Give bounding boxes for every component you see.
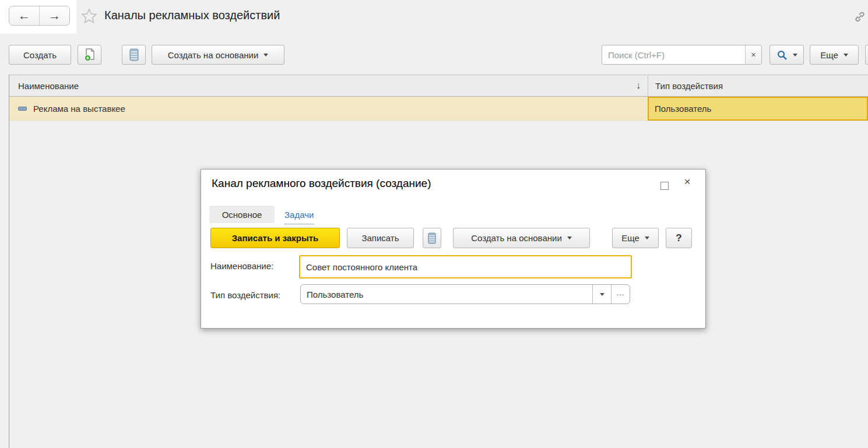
create-based-on-label: Создать на основании: [168, 50, 259, 60]
dialog-create-based-on-label: Создать на основании: [471, 233, 562, 243]
stacked-list-icon: [129, 48, 139, 62]
type-input[interactable]: [301, 285, 592, 304]
create-channel-dialog: Канал рекламного воздействия (создание) …: [201, 169, 706, 329]
type-combo: ...: [300, 284, 630, 304]
create-based-on-button[interactable]: Создать на основании: [152, 45, 284, 65]
ellipsis-icon: ...: [617, 288, 625, 301]
caret-down-icon: [844, 54, 848, 57]
caret-down-icon: [793, 54, 797, 57]
more-button-label: Еще: [820, 50, 838, 60]
item-dash-icon: [18, 107, 27, 111]
dialog-title: Канал рекламного воздействия (создание): [212, 177, 431, 190]
cell-name[interactable]: Реклама на выставкее: [9, 97, 648, 121]
dialog-report-button[interactable]: [423, 228, 441, 248]
create-button-label: Создать: [23, 50, 57, 60]
page-title: Каналы рекламных воздействий: [104, 9, 280, 22]
app-window: ← → Каналы рекламных воздействий Создать: [0, 0, 868, 448]
save-and-close-button[interactable]: Записать и закрыть: [210, 228, 340, 248]
column-name-label: Наименование: [18, 81, 79, 91]
column-header-type[interactable]: Тип воздействия: [648, 75, 868, 96]
tab-tasks-label: Задачи: [284, 210, 314, 220]
tab-main-label: Основное: [222, 210, 262, 220]
search-input[interactable]: [602, 45, 745, 64]
cell-name-text: Реклама на выставкее: [33, 104, 125, 114]
save-button[interactable]: Записать: [347, 228, 414, 248]
cell-type-selected[interactable]: Пользователь: [648, 97, 868, 121]
history-nav: ← →: [9, 6, 70, 26]
list-settings-button[interactable]: [122, 45, 146, 65]
type-dropdown-button[interactable]: [592, 285, 611, 304]
header-band: ← → Каналы рекламных воздействий: [0, 0, 868, 34]
more-button[interactable]: Еще: [810, 45, 859, 65]
document-plus-icon: [83, 48, 96, 62]
close-icon[interactable]: ×: [681, 175, 693, 188]
caret-down-icon: [600, 293, 605, 296]
create-group-button[interactable]: [78, 45, 101, 65]
caret-down-icon: [567, 237, 572, 239]
back-button[interactable]: ←: [9, 6, 39, 25]
type-choose-button[interactable]: ...: [611, 285, 630, 304]
stacked-list-icon: [427, 232, 437, 245]
tab-main[interactable]: Основное: [209, 206, 275, 223]
search-menu-button[interactable]: [769, 45, 804, 65]
dialog-more-button[interactable]: Еще: [612, 228, 659, 248]
dialog-more-label: Еще: [621, 233, 639, 243]
save-label: Записать: [361, 233, 399, 243]
dialog-create-based-on-button[interactable]: Создать на основании: [453, 228, 590, 248]
column-header-name[interactable]: Наименование ↓: [9, 75, 648, 96]
forward-button[interactable]: →: [39, 6, 69, 25]
search-clear-button[interactable]: ×: [745, 45, 761, 64]
tab-tasks[interactable]: Задачи: [284, 206, 314, 224]
help-button[interactable]: ?: [666, 228, 692, 248]
clipped-toolbar-button[interactable]: [865, 45, 868, 65]
table-row[interactable]: Реклама на выставкее Пользователь: [9, 97, 868, 121]
caret-down-icon: [645, 237, 649, 239]
get-link-icon[interactable]: [853, 10, 866, 23]
forward-arrow-icon: →: [48, 9, 61, 23]
magnifier-icon: [776, 50, 788, 61]
type-field-label: Тип воздействия:: [210, 290, 280, 300]
sort-desc-icon: ↓: [636, 80, 648, 91]
table-header: Наименование ↓ Тип воздействия: [9, 75, 868, 97]
back-arrow-icon: ←: [18, 9, 30, 23]
create-button[interactable]: Создать: [9, 45, 71, 65]
search-box: ×: [602, 45, 762, 65]
name-field-label: Наименование:: [210, 261, 273, 271]
cell-type-text: Пользователь: [655, 104, 711, 114]
maximize-icon[interactable]: [660, 182, 669, 190]
name-input[interactable]: [299, 255, 632, 278]
column-type-label: Тип воздействия: [655, 81, 723, 91]
help-label: ?: [676, 232, 681, 244]
clear-x-icon: ×: [751, 50, 755, 59]
caret-down-icon: [263, 54, 268, 57]
favorite-star-icon[interactable]: [80, 8, 98, 25]
save-and-close-label: Записать и закрыть: [232, 233, 319, 243]
